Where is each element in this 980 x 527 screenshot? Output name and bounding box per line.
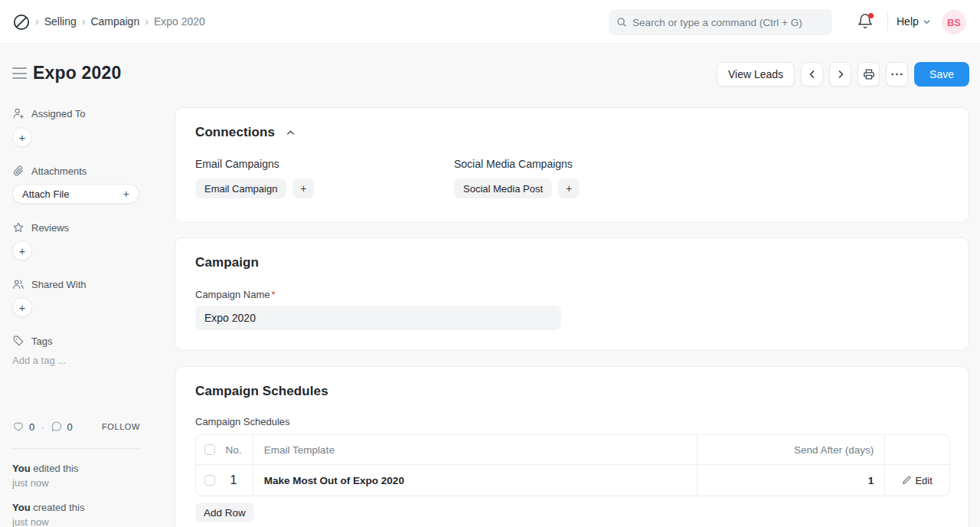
edit-row-button[interactable]: Edit [902, 475, 932, 486]
column-header-no: No. [223, 444, 244, 456]
required-marker: * [272, 289, 276, 300]
user-plus-icon [12, 107, 24, 119]
social-media-post-link[interactable]: Social Media Post [454, 178, 552, 198]
select-all-checkbox[interactable] [204, 444, 215, 455]
activity-actor: You [12, 502, 31, 513]
users-icon [12, 278, 24, 290]
global-search[interactable] [609, 9, 832, 35]
breadcrumb-current: Expo 2020 [154, 15, 205, 28]
menu-ellipsis-button[interactable] [886, 62, 908, 87]
page-actions: View Leads Save [717, 62, 969, 87]
connection-group-social-media: Social Media Campaigns Social Media Post… [454, 158, 949, 198]
table-header-row: No. Email Template Send After (days) [196, 435, 949, 464]
row-checkbox[interactable] [204, 475, 215, 486]
send-after-cell[interactable]: 1 [868, 475, 874, 486]
tag-icon [12, 335, 24, 347]
schedules-section-title: Campaign Schedules [195, 384, 949, 399]
connection-group-email-campaigns: Email Campaigns Email Campaign + [195, 158, 454, 198]
campaign-name-input[interactable] [195, 306, 561, 330]
schedules-table: No. Email Template Send After (days) 1 M… [195, 434, 950, 496]
frappe-logo-icon[interactable] [12, 13, 31, 31]
activity-time: just now [12, 477, 78, 489]
activity-item: You edited this just now [12, 463, 78, 489]
document-follow-row: 0 · 0 FOLLOW [12, 421, 140, 433]
top-navbar: › Selling › Campaign › Expo 2020 Help BS [0, 0, 980, 44]
activity-time: just now [12, 516, 84, 527]
printer-icon [863, 68, 875, 80]
shared-with-label: Shared With [31, 279, 87, 290]
assigned-to-section-header: Assigned To [12, 107, 86, 119]
sidebar-toggle-icon[interactable] [12, 67, 27, 79]
star-icon [12, 221, 24, 234]
email-campaign-link[interactable]: Email Campaign [195, 178, 286, 198]
campaign-schedules-section: Campaign Schedules Campaign Schedules No… [175, 366, 969, 527]
paperclip-icon [12, 165, 24, 177]
attach-file-label: Attach File [22, 188, 69, 200]
activity-action: edited this [33, 463, 78, 474]
connections-title: Connections [195, 125, 275, 140]
add-assignment-button[interactable]: + [12, 127, 32, 147]
view-leads-button[interactable]: View Leads [717, 62, 795, 87]
connections-groups: Email Campaigns Email Campaign + Social … [195, 158, 949, 198]
breadcrumb-selling[interactable]: Selling [44, 15, 77, 28]
attachments-label: Attachments [31, 165, 87, 177]
notifications-bell-icon[interactable] [857, 13, 875, 31]
page-body: Expo 2020 View Leads Save Assigned To [0, 44, 980, 527]
column-header-send-after: Send After (days) [794, 444, 874, 456]
pencil-icon [902, 476, 911, 485]
prev-document-button[interactable] [801, 62, 823, 87]
heart-icon[interactable] [12, 421, 24, 433]
row-number: 1 [223, 473, 244, 487]
add-review-button[interactable]: + [12, 241, 32, 260]
user-avatar[interactable]: BS [942, 10, 966, 34]
likes-count[interactable]: 0 [29, 421, 34, 433]
campaign-name-label: Campaign Name* [195, 289, 949, 300]
next-document-button[interactable] [829, 62, 851, 87]
table-row[interactable]: 1 Make Most Out of Expo 2020 1 Edit [196, 464, 949, 496]
breadcrumb: › Selling › Campaign › Expo 2020 [35, 0, 205, 43]
campaign-section: Campaign Campaign Name* [175, 237, 969, 351]
edit-label: Edit [915, 475, 932, 486]
comment-icon[interactable] [51, 421, 63, 433]
add-row-button[interactable]: Add Row [195, 502, 254, 522]
search-icon [616, 17, 627, 28]
schedules-field-label: Campaign Schedules [195, 416, 949, 427]
sidebar-divider [12, 448, 140, 449]
attach-file-button[interactable]: Attach File + [12, 184, 139, 204]
navbar-divider [887, 13, 888, 31]
comments-count[interactable]: 0 [67, 421, 73, 433]
chevron-right-icon: › [145, 15, 149, 28]
activity-actor: You [12, 463, 31, 474]
activity-action: created this [33, 502, 84, 513]
chevron-up-icon [286, 128, 296, 138]
add-social-media-post-button[interactable]: + [558, 178, 580, 198]
notification-dot [868, 13, 874, 18]
add-tag-input[interactable]: Add a tag ... [12, 355, 66, 366]
add-share-button[interactable]: + [12, 297, 32, 317]
tags-label: Tags [31, 336, 52, 347]
save-button[interactable]: Save [914, 62, 969, 87]
connections-section-header[interactable]: Connections [195, 125, 949, 140]
search-input[interactable] [632, 17, 825, 28]
breadcrumb-campaign[interactable]: Campaign [90, 15, 139, 28]
chevron-down-icon [923, 18, 931, 26]
shared-with-section-header: Shared With [12, 278, 87, 290]
ellipsis-icon [891, 73, 903, 76]
print-button[interactable] [858, 62, 880, 87]
help-dropdown[interactable]: Help [897, 0, 931, 43]
help-label: Help [897, 15, 919, 28]
reviews-section-header: Reviews [12, 221, 69, 234]
column-header-email-template: Email Template [264, 444, 335, 456]
column-header-actions [885, 435, 949, 464]
follow-button[interactable]: FOLLOW [102, 422, 140, 431]
connections-section: Connections Email Campaigns Email Campai… [175, 107, 969, 223]
add-email-campaign-button[interactable]: + [292, 178, 314, 198]
chevron-right-icon: › [35, 15, 39, 28]
form-body: Connections Email Campaigns Email Campai… [175, 107, 969, 527]
campaign-section-title: Campaign [195, 255, 949, 270]
attachments-section-header: Attachments [12, 165, 87, 177]
email-template-cell[interactable]: Make Most Out of Expo 2020 [264, 475, 404, 486]
chevron-right-icon [836, 70, 845, 79]
page-title: Expo 2020 [33, 63, 122, 83]
reviews-label: Reviews [31, 222, 69, 234]
